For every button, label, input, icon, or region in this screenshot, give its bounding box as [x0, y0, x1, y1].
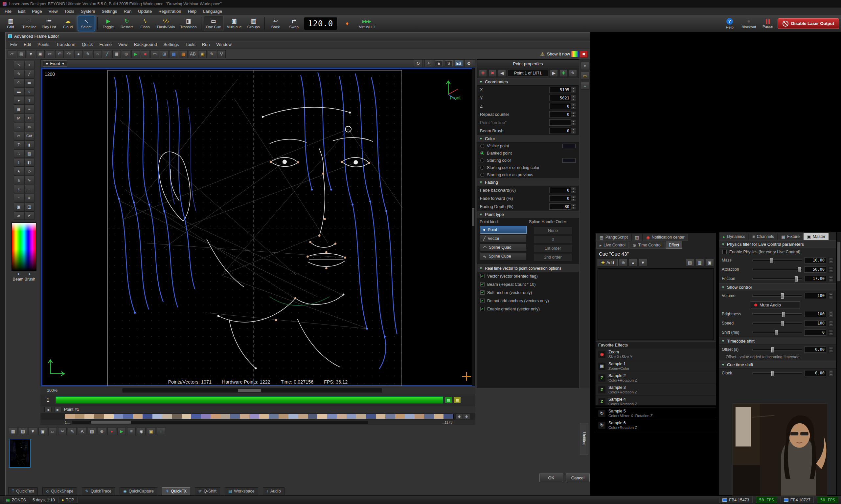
- node-edit-tool[interactable]: ⌖: [24, 61, 34, 69]
- tab-fixture[interactable]: ▦Fixture: [778, 233, 803, 240]
- frame-option-icon[interactable]: ▦: [454, 397, 461, 403]
- coordinate-value-field[interactable]: 0: [549, 128, 571, 134]
- favorite-effect-row[interactable]: ↻ Sample 6Color+Rotation Z: [596, 419, 716, 431]
- fading-section-header[interactable]: ▼Fading: [477, 179, 579, 186]
- main-menu-item[interactable]: Help: [185, 8, 200, 15]
- spiral-tool[interactable]: §: [14, 176, 24, 184]
- groups-button[interactable]: ▦Groups: [245, 16, 262, 31]
- spline-order-none-button[interactable]: None: [533, 227, 572, 235]
- mute-audio-button[interactable]: Mute Audio: [751, 301, 800, 308]
- fb4-device-1[interactable]: FB4 15473: [719, 497, 752, 503]
- spinner-arrows[interactable]: ▲▼: [571, 111, 576, 118]
- text-tool[interactable]: T: [24, 96, 34, 105]
- realtime-option[interactable]: ✔ Soft anchor (vector only): [477, 288, 579, 296]
- move-up-icon[interactable]: ▲: [629, 258, 637, 267]
- afe-menu-item[interactable]: Points: [34, 41, 53, 48]
- toggle-button[interactable]: ▶Toggle: [100, 16, 117, 31]
- one-cue-button[interactable]: ▭One Cue: [204, 16, 223, 31]
- afe-menu-item[interactable]: View: [115, 41, 131, 48]
- help-button[interactable]: ?Help: [721, 16, 738, 31]
- spinner-arrows[interactable]: ▲▼: [571, 95, 576, 101]
- spinner-arrows[interactable]: ▲▼: [571, 128, 576, 134]
- show-control-section-header[interactable]: ▼Show control: [719, 283, 836, 291]
- slider-thumb[interactable]: [771, 371, 774, 376]
- view-settings-gear-icon[interactable]: ⚙: [464, 59, 473, 67]
- visible-point-option[interactable]: Visible point: [477, 142, 579, 150]
- spinner-arrows[interactable]: ▲▼: [571, 103, 576, 109]
- slider-track[interactable]: [752, 269, 802, 270]
- fading-value-field[interactable]: 0: [549, 195, 571, 201]
- point-kind-spline-cube-button[interactable]: ∿Spline Cube: [480, 252, 527, 260]
- copy-icon[interactable]: ▣: [38, 427, 47, 435]
- select-button[interactable]: ↖Select: [78, 16, 95, 31]
- tab-notification-center[interactable]: ◉Notification center: [643, 234, 688, 241]
- restart-button[interactable]: ↻Restart: [118, 16, 135, 31]
- list-view-icon[interactable]: ▤: [686, 258, 694, 267]
- quick-tab[interactable]: ▤ Workspace: [225, 487, 258, 495]
- star-tool[interactable]: ★: [14, 167, 24, 176]
- grid-snap-icon[interactable]: ▦: [113, 50, 121, 58]
- coordinate-value-field[interactable]: 5195: [549, 87, 571, 93]
- spline-order-zero-button[interactable]: 0: [533, 236, 572, 244]
- save-icon[interactable]: ▼: [27, 50, 35, 58]
- spinner-arrows[interactable]: ▲▼: [571, 195, 576, 201]
- tab-live-control[interactable]: ▸Live Control: [596, 241, 629, 249]
- multi-cue-button[interactable]: ▣Multi cue: [225, 16, 244, 31]
- color-picker-gradient[interactable]: [12, 222, 36, 271]
- slider-thumb[interactable]: [798, 267, 801, 272]
- wave-tool[interactable]: ∿: [24, 176, 34, 184]
- cloud-button[interactable]: ☁Cloud: [59, 16, 76, 31]
- slider-value-field[interactable]: 17.00: [805, 276, 826, 282]
- target-icon[interactable]: ◉: [137, 427, 145, 435]
- pause-button[interactable]: Pause: [759, 16, 776, 31]
- afe-menu-item[interactable]: Run: [199, 41, 213, 48]
- frame-tool[interactable]: ▣: [14, 202, 24, 211]
- draw-mode-icon[interactable]: ✎: [84, 50, 92, 58]
- slider-thumb[interactable]: [781, 293, 784, 299]
- palette-right-arrow-icon[interactable]: ►: [28, 272, 32, 276]
- slider-track[interactable]: [752, 259, 802, 261]
- realtime-option[interactable]: ✔ Enable gradient (vector only): [477, 305, 579, 313]
- list-green-icon[interactable]: ≡: [581, 82, 589, 90]
- grid-orange-icon[interactable]: ▩: [179, 50, 188, 58]
- pen-icon[interactable]: ✎: [68, 427, 76, 435]
- main-menu-item[interactable]: Settings: [98, 8, 120, 15]
- eyedropper-tool[interactable]: I: [14, 158, 24, 167]
- grid-blue-icon[interactable]: ▩: [170, 50, 178, 58]
- pen2-icon[interactable]: ✎: [208, 50, 216, 58]
- favorite-effect-row[interactable]: ↻ Sample 5Color+Mirror X+Rotation Z: [596, 408, 716, 419]
- speed-slider[interactable]: [752, 323, 802, 324]
- filled-rect-tool[interactable]: ▬: [14, 87, 24, 96]
- pattern-icon[interactable]: ▨: [88, 427, 96, 435]
- add-effect-button[interactable]: ✚Add: [598, 259, 618, 266]
- frame-add-icon[interactable]: ▦: [445, 397, 452, 403]
- flip-tool[interactable]: ◫: [24, 202, 34, 211]
- shift-value-field[interactable]: 0: [805, 329, 826, 336]
- coordinate-value-field[interactable]: 0: [549, 111, 571, 118]
- physics-section-header[interactable]: ▼Physics filter for Live Control paramet…: [719, 240, 836, 248]
- undo-icon[interactable]: ↶: [55, 50, 64, 58]
- spinner-arrows[interactable]: ▲▼: [828, 293, 834, 299]
- sum-tool[interactable]: Σ: [14, 141, 24, 149]
- view-mode-es-button[interactable]: ES: [455, 60, 463, 66]
- text-icon[interactable]: A: [78, 427, 86, 435]
- monitor-icon[interactable]: ⊞: [160, 50, 169, 58]
- quick-tab[interactable]: ✳ QuickFX: [162, 487, 190, 495]
- brightness-slider[interactable]: [752, 313, 802, 315]
- spline-order-first-button[interactable]: 1st order: [533, 245, 572, 252]
- slider-track[interactable]: [752, 278, 802, 280]
- add-icon[interactable]: ⊕: [98, 427, 106, 435]
- transition-button[interactable]: ◨Transition: [178, 16, 199, 31]
- slider-thumb[interactable]: [795, 276, 797, 282]
- edit-point-icon[interactable]: ✎: [569, 70, 577, 77]
- frame-thumbnail[interactable]: [9, 439, 31, 468]
- ellipse-tool[interactable]: ○: [24, 87, 34, 96]
- afe-menu-item[interactable]: Quick: [79, 41, 96, 48]
- palette-icon[interactable]: ▦: [9, 427, 17, 435]
- add-point-icon[interactable]: ✚: [479, 70, 487, 77]
- slider-thumb[interactable]: [771, 347, 774, 353]
- starting-as-previous-option[interactable]: Starting color as previous: [477, 171, 579, 179]
- spinner-arrows[interactable]: ▲▼: [571, 120, 576, 126]
- point-color-strip[interactable]: [65, 414, 454, 419]
- quick-tab[interactable]: ◇ QuickShape: [42, 487, 77, 495]
